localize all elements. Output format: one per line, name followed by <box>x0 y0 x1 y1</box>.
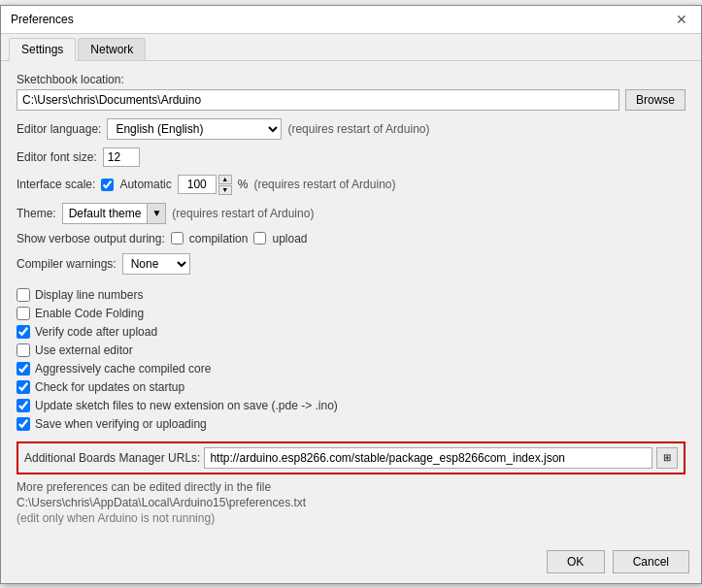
editor-font-label: Editor font size: <box>17 150 97 164</box>
update-sketch-label: Update sketch files to new extension on … <box>35 399 338 412</box>
button-row: OK Cancel <box>1 542 701 583</box>
checkbox-row-save-verify: Save when verifying or uploading <box>17 417 685 431</box>
save-verify-label: Save when verifying or uploading <box>35 417 207 431</box>
theme-row: Theme: Default theme ▼ (requires restart… <box>17 203 685 224</box>
theme-label: Theme: <box>17 207 56 220</box>
display-line-numbers-label: Display line numbers <box>35 288 143 302</box>
editor-language-select[interactable]: English (English) <box>107 118 282 140</box>
theme-value: Default theme <box>62 203 148 224</box>
additional-urls-expand-button[interactable]: ⊞ <box>656 447 678 469</box>
additional-urls-section: Additional Boards Manager URLs: ⊞ <box>17 441 685 474</box>
file-path-section: More preferences can be edited directly … <box>17 480 685 525</box>
compiler-warnings-row: Compiler warnings: None <box>17 253 685 275</box>
edit-note-text: (edit only when Arduino is not running) <box>17 511 215 525</box>
browse-button[interactable]: Browse <box>625 89 685 111</box>
tab-network[interactable]: Network <box>78 38 146 60</box>
checkbox-row-cache-core: Aggressively cache compiled core <box>17 362 685 376</box>
spinner-buttons: ▲ ▼ <box>218 175 232 195</box>
scale-spinner: ▲ ▼ <box>178 175 232 195</box>
interface-scale-auto-label: Automatic <box>119 178 171 191</box>
external-editor-label: Use external editor <box>35 343 133 357</box>
file-hint-text: More preferences can be edited directly … <box>17 480 685 494</box>
save-verify-checkbox[interactable] <box>17 417 30 431</box>
title-bar: Preferences ✕ <box>1 6 701 34</box>
scale-pct-label: % <box>238 178 249 191</box>
checkbox-row-verify-upload: Verify code after upload <box>17 325 685 339</box>
editor-font-row: Editor font size: <box>17 147 685 167</box>
tab-settings[interactable]: Settings <box>9 38 76 61</box>
interface-scale-auto-checkbox[interactable] <box>101 179 114 191</box>
sketchbook-section: Sketchbook location: Browse <box>17 73 685 111</box>
display-line-numbers-checkbox[interactable] <box>17 288 30 302</box>
editor-font-input[interactable] <box>103 147 140 167</box>
checkbox-row-check-updates: Check for updates on startup <box>17 380 685 394</box>
verify-upload-checkbox[interactable] <box>17 325 30 339</box>
verbose-compilation-label: compilation <box>189 232 249 245</box>
verbose-label: Show verbose output during: <box>17 232 165 245</box>
compiler-warnings-select[interactable]: None <box>122 253 190 275</box>
compiler-warnings-label: Compiler warnings: <box>17 257 117 271</box>
verbose-row: Show verbose output during: compilation … <box>17 232 685 245</box>
checkbox-row-code-folding: Enable Code Folding <box>17 307 685 320</box>
additional-urls-input[interactable] <box>204 447 652 469</box>
tab-bar: Settings Network <box>1 34 701 61</box>
theme-select-wrap: Default theme ▼ <box>62 203 167 224</box>
verbose-compilation-checkbox[interactable] <box>171 232 184 245</box>
editor-language-row: Editor language: English (English) (requ… <box>17 118 685 140</box>
close-button[interactable]: ✕ <box>672 12 691 27</box>
additional-urls-row: Additional Boards Manager URLs: ⊞ <box>24 447 678 469</box>
checkbox-row-display-line-numbers: Display line numbers <box>17 288 685 302</box>
sketchbook-input-row: Browse <box>17 89 685 111</box>
cache-core-checkbox[interactable] <box>17 362 30 376</box>
checkboxes-section: Display line numbers Enable Code Folding… <box>17 288 685 431</box>
editor-language-label: Editor language: <box>17 122 101 136</box>
cancel-button[interactable]: Cancel <box>613 550 689 573</box>
file-path-text: C:\Users\chris\AppData\Local\Arduino15\p… <box>17 496 685 509</box>
update-sketch-checkbox[interactable] <box>17 399 30 412</box>
ok-button[interactable]: OK <box>547 550 605 573</box>
check-updates-label: Check for updates on startup <box>35 380 184 394</box>
preferences-window: Preferences ✕ Settings Network Sketchboo… <box>0 5 702 584</box>
verbose-upload-label: upload <box>272 232 307 245</box>
check-updates-checkbox[interactable] <box>17 380 30 394</box>
code-folding-label: Enable Code Folding <box>35 307 144 320</box>
theme-hint: (requires restart of Arduino) <box>172 207 314 220</box>
scale-down-button[interactable]: ▼ <box>218 185 232 195</box>
editor-language-hint: (requires restart of Arduino) <box>287 122 429 136</box>
additional-urls-label: Additional Boards Manager URLs: <box>24 451 200 465</box>
checkbox-row-update-sketch: Update sketch files to new extension on … <box>17 399 685 412</box>
checkbox-row-external-editor: Use external editor <box>17 343 685 357</box>
interface-scale-label: Interface scale: <box>17 178 95 191</box>
interface-scale-hint: (requires restart of Arduino) <box>253 178 395 191</box>
scale-up-button[interactable]: ▲ <box>218 175 232 184</box>
verbose-upload-checkbox[interactable] <box>253 232 266 245</box>
sketchbook-label: Sketchbook location: <box>17 73 685 86</box>
cache-core-label: Aggressively cache compiled core <box>35 362 211 376</box>
sketchbook-input[interactable] <box>17 89 619 111</box>
external-editor-checkbox[interactable] <box>17 343 30 357</box>
window-title: Preferences <box>11 13 74 26</box>
verify-upload-label: Verify code after upload <box>35 325 157 339</box>
interface-scale-row: Interface scale: Automatic ▲ ▼ % (requir… <box>17 175 685 195</box>
settings-content: Sketchbook location: Browse Editor langu… <box>1 61 701 542</box>
expand-icon: ⊞ <box>663 452 671 463</box>
theme-dropdown-arrow[interactable]: ▼ <box>147 203 166 224</box>
scale-value-input[interactable] <box>178 175 217 194</box>
code-folding-checkbox[interactable] <box>17 307 30 320</box>
